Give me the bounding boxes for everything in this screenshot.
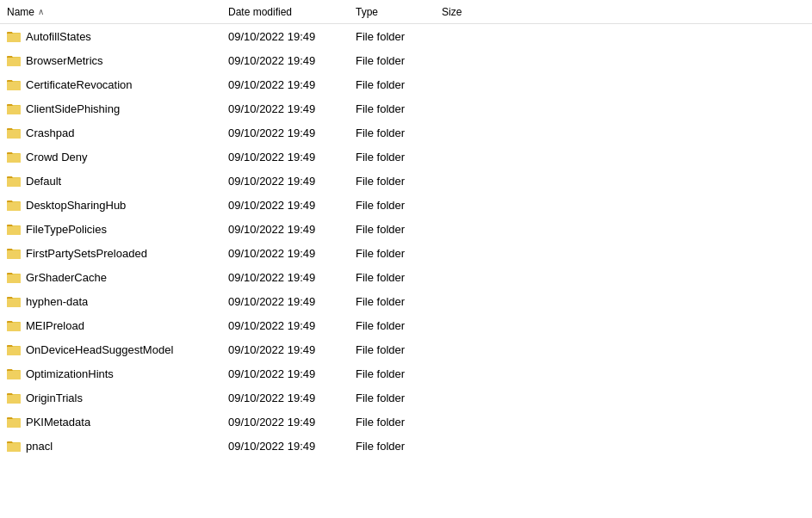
file-date-cell: 09/10/2022 19:49 xyxy=(228,78,356,91)
folder-icon xyxy=(7,126,21,139)
table-row[interactable]: DesktopSharingHub09/10/2022 19:49File fo… xyxy=(0,193,812,217)
table-row[interactable]: GrShaderCache09/10/2022 19:49File folder xyxy=(0,265,812,289)
file-name-cell: DesktopSharingHub xyxy=(0,198,228,212)
file-type-cell: File folder xyxy=(356,151,442,163)
file-type-cell: File folder xyxy=(356,54,442,67)
folder-icon xyxy=(7,439,21,453)
table-row[interactable]: OriginTrials09/10/2022 19:49File folder xyxy=(0,385,812,410)
file-date-cell: 09/10/2022 19:49 xyxy=(228,223,356,236)
folder-icon xyxy=(7,342,21,356)
table-row[interactable]: OptimizationHints09/10/2022 19:49File fo… xyxy=(0,361,812,385)
header-size[interactable]: Size xyxy=(442,6,511,18)
header-type[interactable]: Type xyxy=(356,6,442,18)
file-name-cell: ClientSidePhishing xyxy=(0,102,228,115)
file-date-cell: 09/10/2022 19:49 xyxy=(228,126,356,139)
header-name[interactable]: Name ∧ xyxy=(0,6,228,18)
sort-arrow-icon: ∧ xyxy=(38,7,44,16)
folder-icon xyxy=(7,102,21,115)
folder-icon xyxy=(7,270,21,284)
file-date-cell: 09/10/2022 19:49 xyxy=(228,416,356,429)
svg-rect-11 xyxy=(7,154,21,163)
svg-rect-31 xyxy=(7,395,21,404)
file-name-text: GrShaderCache xyxy=(26,271,107,284)
svg-rect-3 xyxy=(7,58,21,66)
header-date-label: Date modified xyxy=(228,6,292,18)
svg-rect-5 xyxy=(7,82,21,90)
folder-icon xyxy=(7,391,21,404)
table-row[interactable]: FirstPartySetsPreloaded09/10/2022 19:49F… xyxy=(0,241,812,265)
file-name-text: MEIPreload xyxy=(26,319,84,332)
file-date-cell: 09/10/2022 19:49 xyxy=(228,367,356,380)
file-name-text: AutofillStates xyxy=(26,30,91,43)
file-date-cell: 09/10/2022 19:49 xyxy=(228,392,356,404)
file-name-text: FileTypePolicies xyxy=(26,223,107,236)
file-date-cell: 09/10/2022 19:49 xyxy=(228,151,356,163)
file-name-cell: OptimizationHints xyxy=(0,367,228,380)
svg-rect-19 xyxy=(7,250,21,259)
file-type-cell: File folder xyxy=(356,367,442,380)
file-type-cell: File folder xyxy=(356,247,442,260)
file-name-cell: FileTypePolicies xyxy=(0,222,228,236)
folder-icon xyxy=(7,77,21,91)
folder-icon xyxy=(7,222,21,236)
file-type-cell: File folder xyxy=(356,440,442,453)
file-type-cell: File folder xyxy=(356,126,442,139)
svg-rect-15 xyxy=(7,202,21,211)
file-name-text: DesktopSharingHub xyxy=(26,199,126,212)
file-date-cell: 09/10/2022 19:49 xyxy=(228,199,356,212)
table-row[interactable]: MEIPreload09/10/2022 19:49File folder xyxy=(0,313,812,337)
file-name-cell: Crowd Deny xyxy=(0,150,228,163)
file-name-text: PKIMetadata xyxy=(26,416,90,429)
svg-rect-21 xyxy=(7,274,21,283)
file-type-cell: File folder xyxy=(356,30,442,43)
file-name-cell: BrowserMetrics xyxy=(0,53,228,67)
folder-icon xyxy=(7,29,21,43)
table-row[interactable]: BrowserMetrics09/10/2022 19:49File folde… xyxy=(0,48,812,72)
file-date-cell: 09/10/2022 19:49 xyxy=(228,54,356,67)
folder-icon xyxy=(7,198,21,212)
table-row[interactable]: OnDeviceHeadSuggestModel09/10/2022 19:49… xyxy=(0,337,812,361)
file-type-cell: File folder xyxy=(356,78,442,91)
file-name-cell: CertificateRevocation xyxy=(0,77,228,91)
table-row[interactable]: PKIMetadata09/10/2022 19:49File folder xyxy=(0,410,812,434)
file-date-cell: 09/10/2022 19:49 xyxy=(228,175,356,188)
file-name-text: CertificateRevocation xyxy=(26,78,133,91)
header-date[interactable]: Date modified xyxy=(228,6,356,18)
file-name-cell: Crashpad xyxy=(0,126,228,139)
svg-rect-35 xyxy=(7,443,21,452)
table-row[interactable]: CertificateRevocation09/10/2022 19:49Fil… xyxy=(0,72,812,96)
svg-rect-1 xyxy=(7,34,21,42)
svg-rect-17 xyxy=(7,226,21,235)
table-row[interactable]: Default09/10/2022 19:49File folder xyxy=(0,169,812,193)
file-name-cell: AutofillStates xyxy=(0,29,228,43)
file-name-text: OptimizationHints xyxy=(26,367,114,380)
folder-icon xyxy=(7,246,21,260)
table-row[interactable]: hyphen-data09/10/2022 19:49File folder xyxy=(0,289,812,313)
svg-rect-7 xyxy=(7,106,21,114)
table-row[interactable]: ClientSidePhishing09/10/2022 19:49File f… xyxy=(0,96,812,120)
file-type-cell: File folder xyxy=(356,392,442,404)
file-name-cell: Default xyxy=(0,174,228,188)
file-date-cell: 09/10/2022 19:49 xyxy=(228,440,356,453)
file-date-cell: 09/10/2022 19:49 xyxy=(228,295,356,308)
table-row[interactable]: Crashpad09/10/2022 19:49File folder xyxy=(0,120,812,145)
svg-rect-27 xyxy=(7,347,21,355)
file-name-text: OriginTrials xyxy=(26,392,83,404)
table-row[interactable]: AutofillStates09/10/2022 19:49File folde… xyxy=(0,24,812,48)
file-name-cell: OriginTrials xyxy=(0,391,228,404)
table-row[interactable]: Crowd Deny09/10/2022 19:49File folder xyxy=(0,145,812,169)
file-date-cell: 09/10/2022 19:49 xyxy=(228,343,356,356)
file-name-text: ClientSidePhishing xyxy=(26,102,120,115)
folder-icon xyxy=(7,318,21,332)
table-row[interactable]: FileTypePolicies09/10/2022 19:49File fol… xyxy=(0,217,812,241)
folder-icon xyxy=(7,150,21,163)
svg-rect-13 xyxy=(7,178,21,187)
file-type-cell: File folder xyxy=(356,416,442,429)
table-row[interactable]: pnacl09/10/2022 19:49File folder xyxy=(0,434,812,458)
file-date-cell: 09/10/2022 19:49 xyxy=(228,319,356,332)
folder-icon xyxy=(7,53,21,67)
file-type-cell: File folder xyxy=(356,199,442,212)
folder-icon xyxy=(7,415,21,429)
file-date-cell: 09/10/2022 19:49 xyxy=(228,271,356,284)
file-type-cell: File folder xyxy=(356,295,442,308)
